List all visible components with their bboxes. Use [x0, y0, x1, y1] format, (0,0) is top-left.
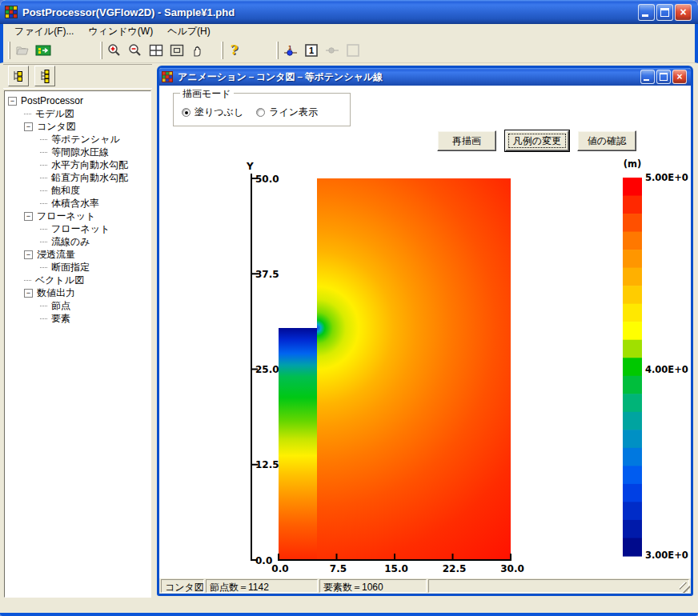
tree-toolbar: [3, 64, 152, 89]
tree-item[interactable]: ベクトル図: [6, 274, 149, 286]
tree-expand-box[interactable]: −: [24, 289, 33, 298]
toolbar-gripper[interactable]: [221, 42, 223, 59]
post-mode-button[interactable]: [33, 41, 54, 61]
tree-expand-button[interactable]: [34, 66, 55, 86]
tree-item-label: フローネット: [50, 222, 111, 236]
svg-text:0.0: 0.0: [271, 563, 288, 574]
svg-text:4.00E+001: 4.00E+001: [645, 364, 688, 375]
node-mark-button[interactable]: [322, 41, 343, 61]
draw-mode-option-1[interactable]: ライン表示: [256, 106, 318, 119]
pan-hand-button[interactable]: [187, 41, 208, 61]
tree-item[interactable]: 等ポテンシャル: [6, 133, 149, 146]
zoom-out-button[interactable]: [125, 41, 146, 61]
main-window: PostProcessor(VGFlow2D) - Sample¥1.phd ×…: [0, 0, 698, 616]
radio-button[interactable]: [182, 108, 191, 117]
open-file-button[interactable]: [12, 41, 33, 61]
draw-mode-options: 塗りつぶしライン表示: [182, 106, 318, 119]
tree-item[interactable]: −PostProcessor: [6, 94, 149, 107]
maximize-icon: [660, 8, 669, 17]
close-button[interactable]: ×: [675, 4, 692, 21]
tree-expand-box[interactable]: −: [8, 97, 17, 106]
tree-item-label: PostProcessor: [19, 95, 85, 106]
maximize-icon: [660, 73, 668, 81]
child-minimize-button[interactable]: [640, 70, 655, 84]
svg-text:?: ?: [231, 43, 238, 58]
close-icon: ×: [673, 70, 686, 83]
menu-item-help[interactable]: ヘルプ(H): [161, 24, 217, 39]
svg-text:7.5: 7.5: [330, 563, 347, 574]
toolbar-gripper[interactable]: [100, 42, 102, 59]
tree-item-label: フローネット: [35, 210, 97, 223]
tree-item-label: 体積含水率: [50, 197, 101, 210]
tree-expand-box[interactable]: −: [24, 250, 33, 259]
tree-expand-box[interactable]: −: [24, 122, 33, 131]
toolbar-gripper[interactable]: [8, 42, 10, 59]
contour-main-region: [317, 178, 511, 560]
tree-item[interactable]: −浸透流量: [6, 248, 149, 261]
redraw-button[interactable]: 再描画: [437, 130, 496, 151]
child-window-icon: [162, 71, 173, 82]
tree-item[interactable]: 断面指定: [6, 261, 149, 274]
tree-item[interactable]: 節点: [6, 299, 149, 312]
status-panel-3: [428, 579, 689, 593]
help-button[interactable]: ? ?: [225, 41, 246, 61]
element-number-button[interactable]: 1: [301, 41, 322, 61]
child-titlebar[interactable]: アニメーション－コンタ図－等ポテンシャル線 ×: [159, 68, 691, 86]
tree-item-label: 断面指定: [50, 261, 91, 274]
toolbar-gripper[interactable]: [276, 42, 279, 59]
app-icon: [5, 6, 18, 18]
fit-view-button[interactable]: [146, 41, 166, 61]
zoom-in-icon: [107, 43, 122, 58]
menu-item-window[interactable]: ウィンドウ(W): [82, 24, 159, 39]
tree-item-label: 数値出力: [35, 286, 77, 300]
child-maximize-button[interactable]: [656, 70, 671, 84]
tree-item-label: 等ポテンシャル: [50, 133, 122, 146]
child-window-title: アニメーション－コンタ図－等ポテンシャル線: [178, 70, 640, 84]
check-values-button[interactable]: 値の確認: [577, 130, 636, 151]
tree-item[interactable]: フローネット: [6, 222, 149, 235]
tree-item[interactable]: 水平方向動水勾配: [6, 158, 149, 171]
tree-expand-box[interactable]: −: [24, 212, 33, 221]
tree-item[interactable]: 飽和度: [6, 184, 149, 197]
zoom-box-button[interactable]: [166, 41, 187, 61]
tree-item[interactable]: 体積含水率: [6, 197, 149, 210]
maximize-button[interactable]: [656, 4, 673, 21]
minimize-icon: [642, 14, 648, 17]
tree-collapse-button[interactable]: [8, 66, 29, 86]
y-axis-title: Y: [246, 161, 254, 172]
svg-text:30.0: 30.0: [500, 563, 524, 574]
tree-connector: [24, 280, 31, 281]
tree-item-label: モデル図: [34, 107, 76, 121]
tree-connector: [40, 229, 47, 230]
tree-item[interactable]: モデル図: [6, 107, 149, 120]
tree-item[interactable]: 等間隙水圧線: [6, 146, 149, 158]
tree-item[interactable]: −コンタ図: [6, 120, 149, 133]
tree-item[interactable]: 流線のみ: [6, 235, 149, 248]
tree-item-label: ベクトル図: [34, 274, 86, 287]
tree-item[interactable]: −フローネット: [6, 210, 149, 222]
svg-text:3.00E+001: 3.00E+001: [645, 550, 688, 561]
draw-mode-option-0[interactable]: 塗りつぶし: [182, 106, 243, 119]
tree-connector: [40, 203, 47, 204]
child-statusbar: コンタ図節点数＝1142要素数＝1060: [159, 578, 691, 594]
titlebar[interactable]: PostProcessor(VGFlow2D) - Sample¥1.phd ×: [0, 0, 698, 24]
radio-button[interactable]: [256, 108, 265, 117]
tree-item[interactable]: 要素: [6, 312, 149, 325]
zoom-in-button[interactable]: [104, 41, 125, 61]
change-legend-button[interactable]: 凡例の変更: [505, 130, 569, 151]
tree-item[interactable]: 鉛直方向動水勾配: [6, 171, 149, 184]
tree-item-label: 鉛直方向動水勾配: [50, 171, 130, 185]
tree-item-label: 等間隙水圧線: [50, 146, 110, 159]
tree-connector: [40, 306, 47, 306]
main-toolbar: ? ? 1 1: [0, 38, 698, 63]
element-mark-button[interactable]: [343, 41, 363, 61]
tree-item-label: 節点: [50, 299, 72, 313]
tree-item-label: コンタ図: [35, 120, 78, 134]
menu-item-file[interactable]: ファイル(F)...: [8, 24, 80, 39]
tree-item[interactable]: −数値出力: [6, 286, 149, 299]
resize-grip[interactable]: [680, 582, 690, 593]
pan-hand-icon: [191, 44, 204, 58]
node-number-button[interactable]: 1: [280, 41, 301, 61]
child-close-button[interactable]: ×: [672, 70, 687, 84]
minimize-button[interactable]: [638, 4, 655, 21]
